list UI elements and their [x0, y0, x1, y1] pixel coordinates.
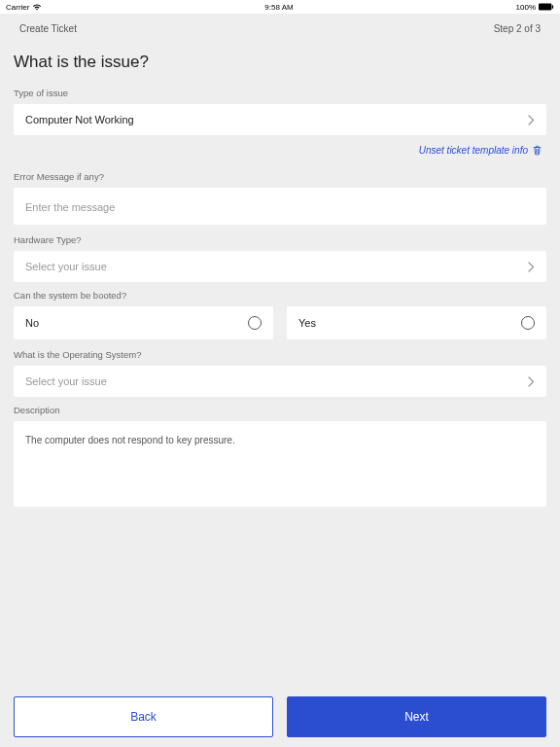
battery-icon — [539, 3, 554, 11]
type-of-issue-label: Type of issue — [14, 88, 546, 98]
booted-option-no[interactable]: No — [14, 306, 273, 339]
footer: Back Next — [0, 696, 560, 737]
status-bar: Carrier 9:58 AM 100% — [0, 0, 560, 14]
unset-row: Unset ticket template info — [14, 143, 546, 165]
status-right: 100% — [516, 3, 554, 12]
description-field[interactable]: The computer does not respond to key pre… — [14, 421, 546, 507]
next-button[interactable]: Next — [287, 696, 546, 737]
error-message-label: Error Message if any? — [14, 171, 546, 182]
status-left: Carrier — [6, 3, 42, 12]
os-select[interactable]: Select your issue — [14, 366, 546, 397]
svg-rect-0 — [539, 3, 551, 10]
hardware-type-placeholder: Select your issue — [25, 261, 107, 272]
description-label: Description — [14, 405, 546, 415]
hardware-type-label: Hardware Type? — [14, 234, 546, 245]
os-label: What is the Operating System? — [14, 349, 546, 360]
header-title: Create Ticket — [19, 23, 77, 34]
chevron-right-icon — [528, 262, 535, 272]
booted-yes-label: Yes — [298, 317, 316, 329]
battery-label: 100% — [516, 3, 536, 12]
chevron-right-icon — [528, 376, 535, 387]
error-message-field[interactable] — [14, 188, 546, 225]
header: Create Ticket Step 2 of 3 — [0, 14, 560, 43]
booted-label: Can the system be booted? — [14, 290, 546, 301]
radio-icon — [521, 316, 535, 330]
hardware-type-select[interactable]: Select your issue — [14, 251, 546, 282]
radio-icon — [248, 316, 262, 330]
unset-template-link[interactable]: Unset ticket template info — [419, 145, 528, 156]
booted-option-yes[interactable]: Yes — [287, 306, 546, 339]
status-time: 9:58 AM — [264, 3, 293, 12]
chevron-right-icon — [528, 115, 535, 125]
header-step: Step 2 of 3 — [494, 23, 541, 34]
type-of-issue-value: Computer Not Working — [25, 114, 134, 125]
wifi-icon — [32, 3, 42, 11]
os-placeholder: Select your issue — [25, 375, 107, 387]
error-message-input[interactable] — [25, 201, 535, 213]
content: What is the issue? Type of issue Compute… — [0, 53, 560, 507]
page-title: What is the issue? — [14, 53, 546, 72]
booted-radio-group: No Yes — [14, 306, 546, 339]
description-text: The computer does not respond to key pre… — [25, 433, 535, 447]
type-of-issue-select[interactable]: Computer Not Working — [14, 104, 546, 135]
back-button[interactable]: Back — [14, 696, 273, 737]
carrier-label: Carrier — [6, 3, 29, 12]
booted-no-label: No — [25, 317, 39, 329]
trash-icon[interactable] — [532, 145, 542, 156]
svg-rect-1 — [552, 5, 553, 9]
